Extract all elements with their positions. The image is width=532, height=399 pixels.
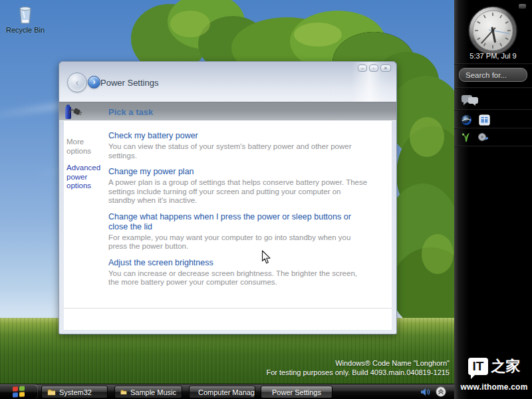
notification-area — [420, 386, 446, 397]
task-description: A power plan is a group of settings that… — [108, 178, 369, 205]
minimize-button[interactable]: – — [358, 65, 367, 72]
close-button[interactable]: ✕ — [380, 65, 391, 72]
taskbar-button-power-settings[interactable]: Power Settings — [261, 386, 332, 398]
window-titlebar: – ▫ ✕ ‹ › Power Settings — [59, 62, 396, 102]
build-watermark-line1: Windows® Code Name "Longhorn" — [266, 358, 450, 368]
taskbar: System32 Sample Music Computer Manag... … — [0, 384, 454, 399]
left-navigation: More options Advanced power options — [66, 138, 105, 191]
task-item: Adjust the screen brightness You can inc… — [108, 258, 369, 287]
taskbar-button-computer-management[interactable]: Computer Manag... — [189, 386, 255, 398]
plant-icon[interactable] — [461, 132, 471, 142]
maximize-button[interactable]: ▫ — [369, 65, 378, 72]
folder-icon — [47, 388, 56, 396]
build-watermark: Windows® Code Name "Longhorn" For testin… — [266, 358, 450, 377]
pick-a-task-band: Pick a task — [59, 102, 396, 121]
task-description: For example, you may want your computer … — [108, 233, 369, 251]
search-input[interactable] — [459, 68, 527, 82]
sidebar-gadget-row — [454, 130, 532, 144]
windows-flag-icon — [13, 386, 25, 398]
recycle-bin-desktop-icon[interactable]: Recycle Bin — [4, 5, 47, 34]
device-icon[interactable] — [477, 132, 489, 142]
taskbar-button-label: System32 — [59, 388, 92, 396]
messenger-icon[interactable] — [461, 94, 479, 106]
sidebar-divider — [454, 63, 532, 65]
sidebar-divider — [454, 128, 532, 129]
task-item: Change what happens when I press the pow… — [108, 212, 369, 251]
power-settings-window: – ▫ ✕ ‹ › Power Settings Pick a task Mor… — [59, 61, 397, 334]
sidebar-gadget-row — [454, 112, 532, 128]
advanced-power-options-link[interactable]: Advanced power options — [66, 164, 105, 191]
back-button[interactable]: ‹ — [67, 72, 87, 92]
clock-gadget[interactable] — [467, 5, 519, 57]
sidebar-options-button[interactable] — [519, 4, 526, 9]
window-footer — [64, 309, 392, 330]
taskbar-button-sample-music[interactable]: Sample Music — [114, 386, 182, 398]
recycle-bin-label: Recycle Bin — [4, 26, 47, 34]
globe-icon[interactable] — [461, 114, 472, 126]
pick-a-task-title: Pick a task — [108, 107, 153, 117]
task-link-change-power-plan[interactable]: Change my power plan — [108, 167, 369, 177]
ithome-site-url: www.ithome.com — [460, 382, 529, 392]
volume-icon[interactable] — [420, 388, 430, 396]
folder-icon — [120, 388, 127, 396]
forward-button[interactable]: › — [88, 76, 100, 88]
taskbar-button-label: Power Settings — [272, 388, 321, 396]
window-title: Power Settings — [100, 78, 158, 88]
more-options-label: More options — [66, 138, 105, 156]
build-watermark-line2: For testing purposes only. Build 4093.ma… — [266, 368, 450, 377]
task-description: You can increase or decrease screen brig… — [108, 269, 369, 287]
chevron-up-icon[interactable] — [436, 386, 446, 397]
window-content: More options Advanced power options Chec… — [64, 121, 392, 308]
task-link-screen-brightness[interactable]: Adjust the screen brightness — [108, 258, 369, 268]
ithome-watermark: IT 之家 www.ithome.com — [460, 356, 529, 392]
window-gadget-icon[interactable] — [479, 114, 490, 126]
taskbar-button-label: Sample Music — [130, 388, 176, 396]
battery-plug-icon — [63, 103, 85, 121]
start-button[interactable] — [0, 384, 38, 399]
sidebar-divider — [454, 146, 532, 147]
clock-time-label: 5:37 PM, Jul 9 — [454, 52, 532, 60]
taskbar-button-label: Computer Manag... — [198, 388, 255, 396]
task-link-check-battery[interactable]: Check my battery power — [108, 131, 369, 141]
ithome-logo-bubble: IT — [468, 358, 489, 375]
taskbar-button-system32[interactable]: System32 — [41, 386, 108, 398]
task-description: You can view the status of your system's… — [108, 142, 369, 160]
task-link-power-buttons[interactable]: Change what happens when I press the pow… — [108, 212, 369, 232]
recycle-bin-icon — [15, 5, 35, 25]
sidebar: 5:37 PM, Jul 9 — [454, 0, 532, 399]
ithome-logo-cn: 之家 — [491, 356, 520, 376]
sidebar-gadget-row — [454, 91, 532, 108]
sidebar-divider — [454, 87, 532, 88]
task-item: Check my battery power You can view the … — [108, 131, 369, 160]
sidebar-divider — [454, 109, 532, 110]
task-list: Check my battery power You can view the … — [108, 131, 369, 294]
task-item: Change my power plan A power plan is a g… — [108, 167, 369, 205]
mouse-cursor — [261, 250, 271, 265]
